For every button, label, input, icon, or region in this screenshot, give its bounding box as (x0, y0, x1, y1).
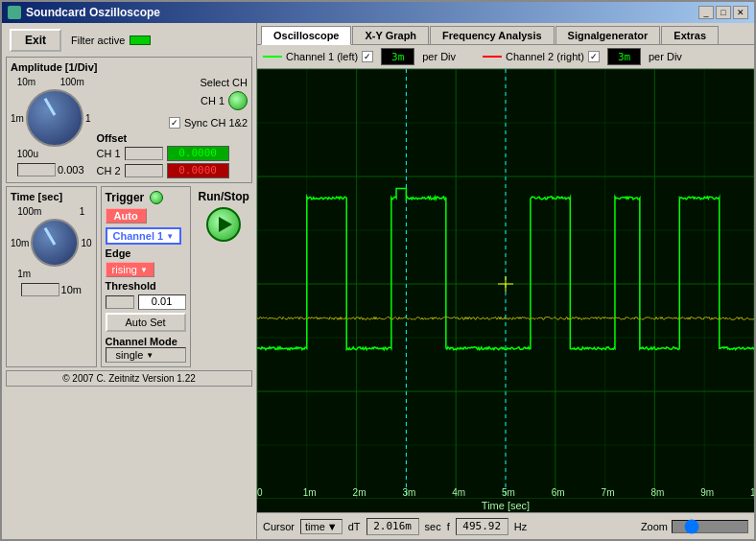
sync-checkbox[interactable]: ✓ (169, 117, 180, 129)
channel-dropdown-arrow: ▼ (166, 232, 174, 241)
oscilloscope-display (257, 69, 754, 499)
time-knob-label-100m: 100m (17, 206, 41, 217)
window-title: Soundcard Oszilloscope (26, 6, 160, 19)
maximize-button[interactable]: □ (716, 6, 731, 19)
tab-signal-generator[interactable]: Signalgenerator (555, 26, 661, 44)
right-panel: Oscilloscope X-Y Graph Frequency Analysi… (256, 23, 754, 539)
main-content: Exit Filter active Amplitude [1/Div] 10m… (2, 23, 754, 539)
edge-dropdown[interactable]: rising ▼ (106, 262, 154, 277)
ch2-offset-label: CH 2 (96, 165, 120, 176)
ch1-offset-slider[interactable] (125, 147, 163, 160)
dt-value: 2.016m (366, 518, 419, 535)
amp-knob-label-1m: 1m (11, 113, 24, 124)
filter-active-label: Filter active (71, 35, 125, 46)
threshold-row: Threshold (106, 280, 186, 292)
minimize-button[interactable]: _ (698, 6, 714, 19)
single-dropdown-arrow: ▼ (146, 351, 154, 360)
amp-knob-label-100u: 100u (17, 149, 38, 159)
trigger-channel-row: Channel 1 ▼ (106, 227, 186, 245)
left-panel: Exit Filter active Amplitude [1/Div] 10m… (2, 23, 256, 539)
trigger-auto-button[interactable]: Auto (106, 208, 147, 223)
time-panel: Time [sec] 100m 1 10m 10 (6, 186, 97, 367)
amp-knob-label-10m: 10m (17, 77, 35, 87)
threshold-slider[interactable] (106, 295, 134, 309)
f-label: f (447, 521, 450, 532)
trigger-panel: Trigger Auto Channel 1 ▼ Edge (101, 186, 191, 367)
filter-active-area: Filter active (71, 35, 151, 46)
time-slider-value: 10m (61, 284, 82, 295)
tab-frequency-analysis[interactable]: Frequency Analysis (430, 26, 555, 44)
ch1-per-div[interactable]: 3m (381, 48, 414, 65)
top-bar: Exit Filter active (6, 27, 252, 54)
ch1-visible-checkbox[interactable]: ✓ (362, 51, 373, 62)
tab-oscilloscope[interactable]: Oscilloscope (261, 26, 351, 45)
ch2-offset-slider[interactable] (125, 164, 163, 177)
trigger-header: Trigger (106, 191, 186, 204)
main-window: Soundcard Oszilloscope _ □ ✕ Exit Filter… (0, 0, 756, 541)
amplitude-title: Amplitude [1/Div] (11, 61, 248, 73)
time-knob-label-10m: 10m (11, 238, 29, 248)
trigger-led (150, 191, 163, 204)
copyright: © 2007 C. Zeitnitz Version 1.22 (6, 370, 252, 387)
ch1-offset-input[interactable]: 0.0000 (167, 146, 229, 161)
threshold-input[interactable]: 0.01 (138, 294, 186, 310)
ch1-per-div-label: per Div (422, 51, 456, 62)
x-axis-label: Time [sec] (482, 500, 530, 511)
zoom-slider[interactable] (672, 520, 748, 533)
ch2-indicator: Channel 2 (right) ✓ (483, 51, 600, 62)
time-knob[interactable] (31, 219, 79, 267)
tab-xy-graph[interactable]: X-Y Graph (352, 26, 429, 44)
ch2-per-div[interactable]: 3m (607, 48, 641, 65)
f-value: 495.92 (456, 518, 508, 535)
close-button[interactable]: ✕ (733, 6, 748, 19)
zoom-area: Zoom (641, 520, 748, 533)
run-stop-label: Run/Stop (199, 190, 249, 203)
scope-canvas (257, 69, 754, 499)
time-knob-label-10: 10 (81, 238, 91, 248)
edge-dropdown-arrow: ▼ (140, 266, 148, 274)
dt-unit: sec (425, 521, 441, 532)
cursor-dropdown-arrow: ▼ (327, 521, 338, 532)
run-stop-button[interactable] (206, 207, 241, 242)
bottom-left-area: Time [sec] 100m 1 10m 10 (6, 186, 252, 367)
ch2-label-display: Channel 2 (right) (506, 51, 584, 62)
zoom-label: Zoom (641, 521, 668, 532)
cursor-type-dropdown[interactable]: time ▼ (300, 519, 343, 534)
ch1-line (263, 56, 282, 58)
f-unit: Hz (514, 521, 527, 532)
title-bar: Soundcard Oszilloscope _ □ ✕ (2, 2, 754, 23)
sync-area: ✓ Sync CH 1&2 (169, 117, 248, 129)
ch2-offset-input[interactable]: 0.0000 (167, 163, 229, 178)
filter-led (130, 35, 151, 45)
amplitude-slider-value: 0.003 (58, 164, 84, 176)
x-axis-label-row: Time [sec] (257, 499, 754, 512)
app-icon (8, 6, 21, 19)
time-knob-label-1: 1 (80, 206, 85, 217)
amplitude-fine-slider[interactable] (17, 163, 56, 176)
single-button[interactable]: single ▼ (106, 347, 186, 363)
play-icon (219, 217, 232, 232)
ch1-label: CH 1 (201, 95, 224, 106)
select-ch-label: Select CH (200, 77, 248, 88)
trigger-channel-button[interactable]: Channel 1 ▼ (106, 227, 182, 245)
cursor-bar: Cursor time ▼ dT 2.016m sec f 495.92 Hz … (257, 512, 754, 539)
edge-dropdown-row: rising ▼ (106, 262, 186, 277)
cursor-label: Cursor (263, 521, 295, 532)
ch1-label-display: Channel 1 (left) (286, 51, 358, 62)
exit-button[interactable]: Exit (10, 29, 61, 52)
tab-extras[interactable]: Extras (661, 26, 719, 44)
time-fine-slider[interactable] (21, 283, 59, 296)
time-title: Time [sec] (11, 191, 92, 202)
edge-label: Edge (106, 247, 131, 259)
channel-bar: Channel 1 (left) ✓ 3m per Div Channel 2 … (257, 45, 754, 69)
amplitude-knob[interactable] (26, 89, 83, 147)
trigger-edge-row: Edge (106, 247, 186, 259)
ch2-visible-checkbox[interactable]: ✓ (588, 51, 600, 62)
amplitude-panel: Amplitude [1/Div] 10m 100m 1m 1 (6, 57, 252, 183)
ch1-offset-row: CH 1 0.0000 (96, 146, 248, 161)
ch2-line (483, 56, 502, 58)
autoset-button[interactable]: Auto Set (106, 313, 186, 332)
ch1-led (228, 91, 248, 110)
sync-label: Sync CH 1&2 (184, 117, 248, 129)
channel-mode-area: Channel Mode single ▼ (106, 336, 186, 363)
